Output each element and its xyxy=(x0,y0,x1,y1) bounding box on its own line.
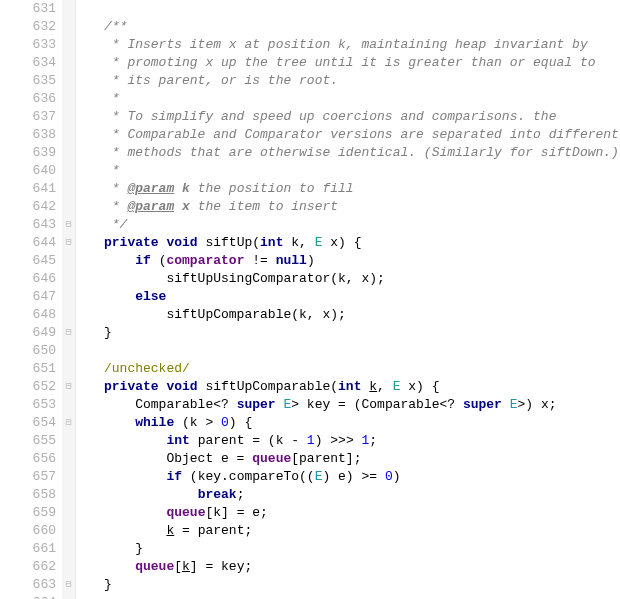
code-token: queue xyxy=(166,505,205,520)
line-number: 659 xyxy=(0,504,56,522)
line-number: 645 xyxy=(0,252,56,270)
fold-marker[interactable]: ⊟ xyxy=(62,324,75,342)
code-line[interactable]: break; xyxy=(104,486,620,504)
fold-marker xyxy=(62,144,75,162)
code-token xyxy=(104,415,135,430)
code-line[interactable]: k = parent; xyxy=(104,522,620,540)
code-token: @param xyxy=(127,181,174,196)
code-token: comparator xyxy=(166,253,244,268)
code-token: * promoting x up the tree until it is gr… xyxy=(104,55,595,70)
fold-marker xyxy=(62,36,75,54)
line-number: 662 xyxy=(0,558,56,576)
code-token: the item to insert xyxy=(190,199,338,214)
line-number: 657 xyxy=(0,468,56,486)
code-line[interactable]: siftUpComparable(k, x); xyxy=(104,306,620,324)
line-number: 639 xyxy=(0,144,56,162)
code-line[interactable]: * To simplify and speed up coercions and… xyxy=(104,108,620,126)
fold-marker xyxy=(62,180,75,198)
code-token: if xyxy=(166,469,182,484)
code-line[interactable]: * xyxy=(104,90,620,108)
fold-marker xyxy=(62,450,75,468)
fold-marker xyxy=(62,396,75,414)
fold-marker[interactable]: ⊟ xyxy=(62,234,75,252)
code-token: k xyxy=(369,379,377,394)
fold-marker xyxy=(62,162,75,180)
code-token: else xyxy=(135,289,166,304)
code-line[interactable]: else xyxy=(104,288,620,306)
code-line[interactable]: /unchecked/ xyxy=(104,360,620,378)
line-number: 658 xyxy=(0,486,56,504)
code-token: null xyxy=(276,253,307,268)
code-line[interactable]: /** xyxy=(104,18,620,36)
code-line[interactable]: private void siftUp(int k, E x) { xyxy=(104,234,620,252)
code-line[interactable]: * xyxy=(104,162,620,180)
code-line[interactable] xyxy=(104,342,620,360)
code-token: * xyxy=(104,181,127,196)
code-line[interactable]: while (k > 0) { xyxy=(104,414,620,432)
fold-marker xyxy=(62,468,75,486)
code-token: siftUp( xyxy=(198,235,260,250)
code-line[interactable]: */ xyxy=(104,216,620,234)
code-line[interactable]: * @param k the position to fill xyxy=(104,180,620,198)
line-number: 646 xyxy=(0,270,56,288)
code-token: siftUpComparable(k, x); xyxy=(104,307,346,322)
fold-marker[interactable]: ⊟ xyxy=(62,576,75,594)
line-number: 640 xyxy=(0,162,56,180)
code-token: ) xyxy=(307,253,315,268)
code-line[interactable] xyxy=(104,594,620,599)
fold-marker[interactable]: ⊟ xyxy=(62,414,75,432)
code-line[interactable]: if (comparator != null) xyxy=(104,252,620,270)
fold-marker xyxy=(62,198,75,216)
line-number: 638 xyxy=(0,126,56,144)
code-line[interactable]: * Comparable and Comparator versions are… xyxy=(104,126,620,144)
line-number: 641 xyxy=(0,180,56,198)
code-line[interactable] xyxy=(104,0,620,18)
code-token: (k > xyxy=(174,415,221,430)
code-token: ) e) >= xyxy=(322,469,384,484)
code-token: int xyxy=(338,379,361,394)
code-line[interactable]: private void siftUpComparable(int k, E x… xyxy=(104,378,620,396)
code-token: >) x; xyxy=(518,397,557,412)
code-token: [ xyxy=(174,559,182,574)
fold-marker xyxy=(62,342,75,360)
code-line[interactable]: } xyxy=(104,540,620,558)
code-token: ) >>> xyxy=(315,433,362,448)
line-number: 642 xyxy=(0,198,56,216)
code-token: } xyxy=(104,577,112,592)
code-token: } xyxy=(104,541,143,556)
code-line[interactable]: * promoting x up the tree until it is gr… xyxy=(104,54,620,72)
code-line[interactable]: } xyxy=(104,576,620,594)
fold-marker xyxy=(62,72,75,90)
code-line[interactable]: * methods that are otherwise identical. … xyxy=(104,144,620,162)
code-token: * methods that are otherwise identical. … xyxy=(104,145,619,160)
code-line[interactable]: siftUpUsingComparator(k, x); xyxy=(104,270,620,288)
code-line[interactable]: Comparable<? super E> key = (Comparable<… xyxy=(104,396,620,414)
code-token: * Comparable and Comparator versions are… xyxy=(104,127,619,142)
code-line[interactable]: * @param x the item to insert xyxy=(104,198,620,216)
code-line[interactable]: queue[k] = e; xyxy=(104,504,620,522)
line-number: 652 xyxy=(0,378,56,396)
code-line[interactable]: * its parent, or is the root. xyxy=(104,72,620,90)
fold-column[interactable]: ⊟⊟⊟⊟⊟⊟ xyxy=(62,0,76,599)
code-token: siftUpComparable( xyxy=(198,379,338,394)
fold-marker[interactable]: ⊟ xyxy=(62,216,75,234)
code-line[interactable]: int parent = (k - 1) >>> 1; xyxy=(104,432,620,450)
code-token: k xyxy=(182,181,190,196)
code-line[interactable]: queue[k] = key; xyxy=(104,558,620,576)
fold-marker[interactable]: ⊟ xyxy=(62,378,75,396)
code-line[interactable]: if (key.compareTo((E) e) >= 0) xyxy=(104,468,620,486)
code-token xyxy=(502,397,510,412)
line-number: 635 xyxy=(0,72,56,90)
fold-marker xyxy=(62,126,75,144)
code-editor-area[interactable]: /** * Inserts item x at position k, main… xyxy=(76,0,620,599)
code-line[interactable]: * Inserts item x at position k, maintain… xyxy=(104,36,620,54)
line-number: 649 xyxy=(0,324,56,342)
fold-marker xyxy=(62,252,75,270)
code-token: [parent]; xyxy=(291,451,361,466)
code-token: parent = (k - xyxy=(190,433,307,448)
line-number: 650 xyxy=(0,342,56,360)
code-line[interactable]: } xyxy=(104,324,620,342)
code-token: break xyxy=(198,487,237,502)
code-line[interactable]: Object e = queue[parent]; xyxy=(104,450,620,468)
code-token: (key.compareTo(( xyxy=(182,469,315,484)
